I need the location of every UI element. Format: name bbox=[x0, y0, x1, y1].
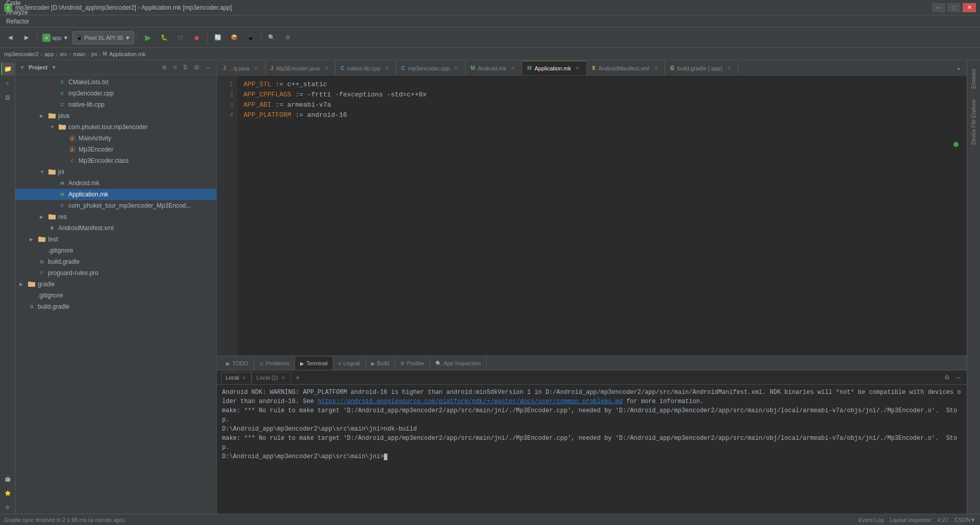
tree-item[interactable]: ▼jni bbox=[15, 166, 216, 178]
menu-item-refactor[interactable]: Refactor bbox=[2, 17, 34, 26]
back-button[interactable]: ◀ bbox=[3, 31, 17, 45]
editor-tab[interactable]: J...ty.java✕ bbox=[218, 61, 265, 75]
tree-item[interactable]: MAndroid.mk bbox=[15, 178, 216, 189]
tree-item[interactable]: ▶res bbox=[15, 211, 216, 222]
activity-favorites-button[interactable]: ⭐ bbox=[1, 486, 14, 499]
tree-item[interactable]: ..gitignore bbox=[15, 290, 216, 301]
terminal-local2-close[interactable]: ✕ bbox=[280, 374, 286, 381]
editor-tab[interactable]: MAndroid.mk✕ bbox=[465, 61, 522, 75]
sidebar-sort-button[interactable]: ⇅ bbox=[181, 63, 190, 72]
search-everywhere-button[interactable]: 🔍 bbox=[264, 31, 279, 45]
run-button[interactable]: ▶ bbox=[141, 31, 155, 45]
terminal-link[interactable]: https://android.googlesource.com/platfor… bbox=[317, 398, 623, 405]
tree-item[interactable]: Gbuild.gradle bbox=[15, 301, 216, 312]
bottom-tab-app-inspection[interactable]: 🔍App Inspection bbox=[430, 357, 486, 370]
tab-close-button[interactable]: ✕ bbox=[253, 65, 260, 72]
tab-close-button[interactable]: ✕ bbox=[383, 65, 390, 72]
tab-close-button[interactable]: ✕ bbox=[323, 65, 330, 72]
tab-overflow-button[interactable]: » bbox=[951, 63, 966, 74]
terminal-local-close[interactable]: ✕ bbox=[241, 374, 247, 381]
minimize-button[interactable]: ─ bbox=[932, 3, 945, 12]
terminal-settings-button[interactable]: ⚙ bbox=[942, 373, 952, 382]
tab-close-button[interactable]: ✕ bbox=[652, 65, 659, 72]
terminal-minimize-button[interactable]: ─ bbox=[954, 373, 963, 382]
stop-button[interactable]: ⏹ bbox=[190, 31, 204, 45]
tree-item[interactable]: Pproguard-rules.pro bbox=[15, 267, 216, 279]
activity-build-variants-button[interactable]: ⚙ bbox=[1, 501, 14, 514]
editor-tab[interactable]: XAndroidManifest.xml✕ bbox=[587, 61, 665, 75]
activity-project-button[interactable]: 📁 bbox=[1, 62, 14, 76]
breadcrumb-src[interactable]: src bbox=[60, 51, 67, 57]
sidebar-title: ▼ Project ▼ bbox=[19, 64, 57, 70]
tree-item[interactable]: ▶java bbox=[15, 110, 216, 121]
bottom-tab-todo[interactable]: ▶TODO bbox=[221, 357, 254, 370]
settings-button[interactable]: ⚙ bbox=[281, 31, 295, 45]
git-status[interactable]: CSDN▼ bbox=[954, 517, 976, 523]
bottom-tab-logcat[interactable]: ≡Logcat bbox=[333, 357, 366, 370]
sidebar-settings-button[interactable]: ⚙ bbox=[192, 63, 202, 72]
terminal-content[interactable]: Android NDK: WARNING: APP_PLATFORM andro… bbox=[217, 385, 967, 514]
maximize-button[interactable]: □ bbox=[947, 3, 961, 12]
sidebar-collapse-button[interactable]: ≡ bbox=[171, 63, 179, 72]
breadcrumb-project[interactable]: mp3encoder2 bbox=[4, 51, 38, 57]
run-with-coverage-button[interactable]: 🛡 bbox=[174, 31, 188, 45]
device-selector[interactable]: 📱 Pixel XL API 30 ▼ bbox=[72, 31, 134, 44]
breadcrumb-app[interactable]: app bbox=[44, 51, 54, 57]
tree-item[interactable]: MApplication.mk bbox=[15, 189, 216, 200]
tab-close-button[interactable]: ✕ bbox=[574, 65, 581, 72]
sidebar-minimize-button[interactable]: ─ bbox=[204, 63, 212, 72]
editor-tab[interactable]: Cnative-lib.cpp✕ bbox=[335, 61, 396, 75]
avd-manager-button[interactable]: 📱 bbox=[243, 31, 258, 45]
tree-item[interactable]: CMp3Encoder.class bbox=[15, 155, 216, 166]
tab-icon: G bbox=[670, 65, 674, 71]
activity-structure-button[interactable]: ≡ bbox=[1, 77, 14, 90]
tree-item[interactable]: Cnative-lib.cpp bbox=[15, 99, 216, 110]
event-log-button[interactable]: Event Log bbox=[859, 517, 884, 523]
breadcrumb-jni[interactable]: jni bbox=[91, 51, 97, 57]
activity-resource-manager-button[interactable]: 🖼 bbox=[1, 91, 14, 104]
tab-close-button[interactable]: ✕ bbox=[509, 65, 517, 72]
bottom-tab-problems[interactable]: ⚠Problems bbox=[254, 357, 295, 370]
bottom-tab-label: Build bbox=[377, 360, 389, 366]
sidebar-sync-button[interactable]: ⊕ bbox=[160, 63, 169, 72]
menu-item-code[interactable]: Code bbox=[2, 0, 34, 8]
editor-tab[interactable]: JMp3Encoder.java✕ bbox=[265, 61, 336, 75]
sync-button[interactable]: 🔄 bbox=[211, 31, 225, 45]
tree-item[interactable]: CCMakeLists.txt bbox=[15, 77, 216, 88]
tree-item[interactable]: Ccom_phuket_tour_mp3encoder_Mp3Encod... bbox=[15, 200, 216, 211]
terminal-local2-tab[interactable]: Local (2) ✕ bbox=[252, 372, 291, 383]
code-content[interactable]: APP_STL := c++_staticAPP_CPPFLAGS := -fr… bbox=[237, 76, 960, 356]
tree-item[interactable]: Gbuild.gradle bbox=[15, 256, 216, 267]
tree-item[interactable]: ▶gradle bbox=[15, 279, 216, 290]
tree-item[interactable]: ▶test bbox=[15, 234, 216, 245]
breadcrumb-main[interactable]: main bbox=[73, 51, 85, 57]
gradle-sync-status[interactable]: Gradle sync finished in 2 s 96 ms (a min… bbox=[4, 517, 125, 523]
editor-tab[interactable]: Gbuild.gradle (:app)✕ bbox=[665, 61, 738, 75]
tree-item[interactable]: JMainActivity bbox=[15, 133, 216, 144]
editor-tab[interactable]: Cmp3encoder.cpp✕ bbox=[396, 61, 465, 75]
tree-item[interactable]: XAndroidManifest.xml bbox=[15, 222, 216, 234]
tree-item[interactable]: ..gitignore bbox=[15, 245, 216, 256]
sdk-manager-button[interactable]: 📦 bbox=[227, 31, 241, 45]
editor-tab[interactable]: MApplication.mk✕ bbox=[522, 61, 587, 75]
tab-close-button[interactable]: ✕ bbox=[726, 65, 733, 72]
run-config-button[interactable]: A app ▼ bbox=[40, 31, 70, 45]
tree-item[interactable]: JMp3Encoder bbox=[15, 144, 216, 155]
activity-android-button[interactable]: 🤖 bbox=[1, 472, 14, 485]
bottom-tab-build[interactable]: ▶Build bbox=[366, 357, 395, 370]
device-file-explorer-label[interactable]: Device File Explorer bbox=[971, 95, 976, 148]
emulator-panel-label[interactable]: Emulator bbox=[971, 64, 976, 93]
menu-item-analyze[interactable]: Analyze bbox=[2, 8, 34, 17]
tree-item[interactable]: Cmp3encoder.cpp bbox=[15, 88, 216, 99]
close-button[interactable]: ✕ bbox=[963, 3, 976, 12]
add-terminal-button[interactable]: + bbox=[291, 371, 304, 384]
forward-button[interactable]: ▶ bbox=[19, 31, 34, 45]
bottom-tab-terminal[interactable]: ▶Terminal bbox=[295, 357, 333, 370]
activity-bar: 📁 ≡ 🖼 🤖 ⭐ ⚙ bbox=[0, 60, 15, 514]
terminal-local-tab[interactable]: Local ✕ bbox=[221, 372, 252, 383]
tree-item[interactable]: ▼com.phuket.tour.mp3encoder bbox=[15, 121, 216, 133]
layout-inspector-button[interactable]: Layout Inspector bbox=[890, 517, 931, 523]
tab-close-button[interactable]: ✕ bbox=[453, 65, 460, 72]
bottom-tab-profiler[interactable]: ⚙Profiler bbox=[395, 357, 430, 370]
debug-button[interactable]: 🐛 bbox=[157, 31, 172, 45]
